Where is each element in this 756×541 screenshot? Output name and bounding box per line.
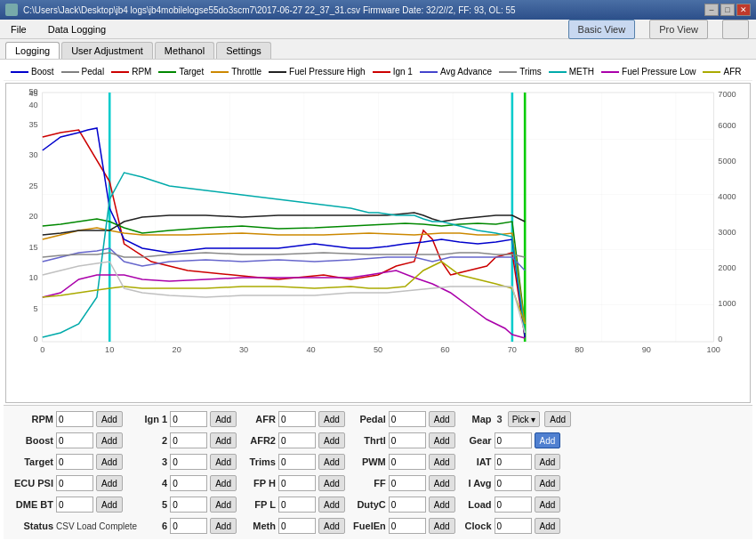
dutyc-add-button[interactable]: Add bbox=[429, 497, 455, 513]
map-label: Map bbox=[461, 414, 492, 424]
fp-h-input[interactable] bbox=[278, 475, 316, 491]
svg-text:5000: 5000 bbox=[718, 157, 736, 166]
afr-label: AFR bbox=[242, 414, 276, 424]
load-add-button[interactable]: Add bbox=[535, 497, 561, 513]
svg-text:25: 25 bbox=[28, 182, 37, 190]
maximize-button[interactable]: □ bbox=[720, 4, 735, 16]
svg-text:1000: 1000 bbox=[718, 299, 736, 308]
fuelen-add-button[interactable]: Add bbox=[429, 518, 455, 534]
svg-text:40: 40 bbox=[28, 101, 37, 109]
legend-ign1: Ign 1 bbox=[373, 67, 413, 77]
gear-input[interactable] bbox=[495, 432, 532, 448]
iat-add-button[interactable]: Add bbox=[535, 454, 561, 470]
tab-user-adjustment[interactable]: User Adjustment bbox=[61, 42, 153, 59]
iavg-add-button[interactable]: Add bbox=[535, 475, 561, 491]
pedal-add-button[interactable]: Add bbox=[429, 411, 455, 427]
basic-view-button[interactable]: Basic View bbox=[568, 20, 636, 39]
legend-fuel-pressure-low: Fuel Pressure Low bbox=[601, 67, 696, 77]
legend-trims-label: Trims bbox=[519, 67, 542, 77]
ign1-add-button[interactable]: Add bbox=[210, 411, 237, 427]
gear-add-button[interactable]: Add bbox=[535, 432, 561, 448]
meth-input[interactable] bbox=[278, 518, 316, 534]
row4-input[interactable] bbox=[170, 475, 207, 491]
ff-add-button[interactable]: Add bbox=[429, 475, 455, 491]
row3-input[interactable] bbox=[170, 454, 207, 470]
tab-logging[interactable]: Logging bbox=[5, 42, 60, 59]
rpm-row: RPM Add bbox=[9, 409, 137, 429]
legend-rpm-label: RPM bbox=[132, 67, 151, 77]
ff-input[interactable] bbox=[389, 475, 426, 491]
iat-input[interactable] bbox=[495, 454, 532, 470]
dme-bt-add-button[interactable]: Add bbox=[96, 497, 123, 513]
trims-add-button[interactable]: Add bbox=[318, 454, 345, 470]
fp-l-input[interactable] bbox=[278, 497, 316, 513]
row5-input[interactable] bbox=[170, 497, 207, 513]
close-button[interactable]: ✕ bbox=[736, 4, 751, 16]
fp-h-add-button[interactable]: Add bbox=[318, 475, 345, 491]
svg-text:60: 60 bbox=[440, 345, 449, 354]
pwm-add-button[interactable]: Add bbox=[429, 454, 455, 470]
row3-add-button[interactable]: Add bbox=[210, 454, 237, 470]
row2-input[interactable] bbox=[170, 432, 207, 448]
afr2-add-button[interactable]: Add bbox=[318, 432, 345, 448]
row5: 5 Add bbox=[142, 495, 237, 514]
fp-h-label: FP H bbox=[242, 478, 276, 489]
iavg-input[interactable] bbox=[495, 475, 532, 491]
fuelen-input[interactable] bbox=[389, 518, 426, 534]
load-input[interactable] bbox=[495, 497, 532, 513]
extra-button[interactable] bbox=[722, 20, 749, 39]
dme-bt-input[interactable] bbox=[56, 497, 93, 513]
target-add-button[interactable]: Add bbox=[96, 454, 123, 470]
thrtl-input[interactable] bbox=[389, 432, 426, 448]
row6: 6 Add bbox=[142, 516, 237, 536]
ecu-psi-add-button[interactable]: Add bbox=[96, 475, 123, 491]
dutyc-label: DutyC bbox=[350, 499, 386, 510]
fp-l-add-button[interactable]: Add bbox=[318, 497, 345, 513]
afr2-input[interactable] bbox=[278, 432, 316, 448]
pwm-input[interactable] bbox=[389, 454, 426, 470]
afr2-row: AFR2 Add bbox=[242, 431, 345, 450]
row2-add-button[interactable]: Add bbox=[210, 432, 237, 448]
pedal-input[interactable] bbox=[389, 411, 426, 427]
meth-add-button[interactable]: Add bbox=[318, 518, 345, 534]
ign1-input[interactable] bbox=[170, 411, 207, 427]
pro-view-button[interactable]: Pro View bbox=[649, 20, 708, 39]
map-add-button[interactable]: Add bbox=[544, 411, 571, 427]
rpm-input[interactable] bbox=[56, 411, 93, 427]
boost-add-button[interactable]: Add bbox=[96, 432, 123, 448]
target-input[interactable] bbox=[56, 454, 93, 470]
titlebar: C:\Users\Jack\Desktop\jb4 logs\jb4mobile… bbox=[0, 0, 756, 20]
legend-afr: AFR bbox=[703, 67, 741, 77]
clock-input[interactable] bbox=[495, 518, 532, 534]
svg-text:15: 15 bbox=[28, 243, 37, 252]
minimize-button[interactable]: – bbox=[704, 4, 719, 16]
row3-label: 3 bbox=[142, 456, 167, 467]
afr-input[interactable] bbox=[278, 411, 316, 427]
boost-input[interactable] bbox=[56, 432, 93, 448]
chart-area[interactable]: 0 5 10 15 20 25 30 35 40 45 50 0 1000 20… bbox=[5, 83, 751, 403]
ecu-psi-input[interactable] bbox=[56, 475, 93, 491]
clock-add-button[interactable]: Add bbox=[535, 518, 561, 534]
row4-add-button[interactable]: Add bbox=[210, 475, 237, 491]
thrtl-row: Thrtl Add bbox=[350, 431, 455, 450]
legend-fuel-pressure-low-label: Fuel Pressure Low bbox=[622, 67, 696, 77]
row5-add-button[interactable]: Add bbox=[210, 497, 237, 513]
meth-label: Meth bbox=[242, 521, 276, 531]
row6-add-button[interactable]: Add bbox=[210, 518, 237, 534]
menu-data-logging[interactable]: Data Logging bbox=[44, 22, 109, 36]
thrtl-add-button[interactable]: Add bbox=[429, 432, 455, 448]
afr-add-button[interactable]: Add bbox=[318, 411, 345, 427]
dutyc-input[interactable] bbox=[389, 497, 426, 513]
rpm-add-button[interactable]: Add bbox=[96, 411, 123, 427]
map-value: 3 bbox=[497, 414, 503, 424]
row6-input[interactable] bbox=[170, 518, 207, 534]
tab-settings[interactable]: Settings bbox=[216, 42, 271, 59]
tab-methanol[interactable]: Methanol bbox=[155, 42, 214, 59]
col1: RPM Add Boost Add Target Add ECU PSI Add… bbox=[9, 409, 137, 536]
map-pick-button[interactable]: Pick ▾ bbox=[508, 411, 541, 427]
ecu-psi-row: ECU PSI Add bbox=[9, 473, 137, 493]
target-row: Target Add bbox=[9, 452, 137, 472]
trims-input[interactable] bbox=[278, 454, 316, 470]
menu-file[interactable]: File bbox=[7, 22, 30, 36]
svg-text:70: 70 bbox=[508, 345, 517, 354]
